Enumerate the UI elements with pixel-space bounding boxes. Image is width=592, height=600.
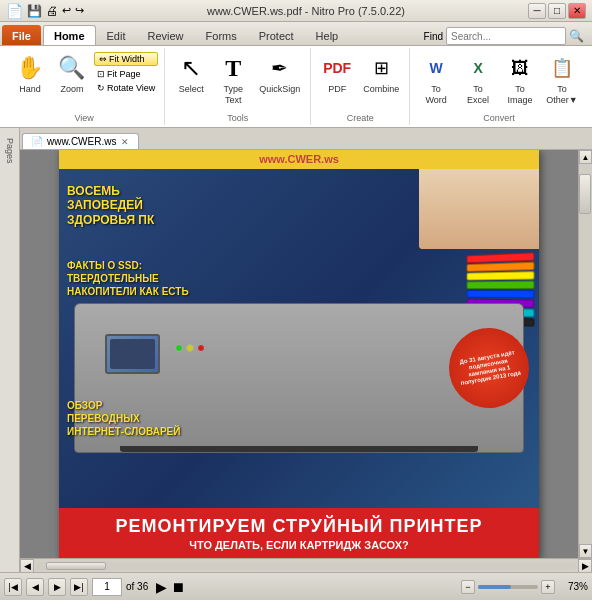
h-scroll-thumb[interactable] [46,562,106,570]
scroll-up-button[interactable]: ▲ [579,150,592,164]
convert-group-items: W To Word X To Excel 🖼 To Image 📋 To Oth… [416,50,582,111]
select-label: Select [179,84,204,95]
tab-file[interactable]: File [2,25,41,45]
printer-screen [110,339,155,369]
last-page-button[interactable]: ▶| [70,578,88,596]
to-word-button[interactable]: W To Word [416,50,456,108]
horizontal-scrollbar[interactable]: ◀ ▶ [20,558,592,572]
combine-label: Combine [363,84,399,95]
zoom-in-button[interactable]: + [541,580,555,594]
scroll-track[interactable] [579,164,592,544]
quicksign-button[interactable]: ✒ QuickSign [255,50,304,97]
couple-photo [419,169,539,249]
maximize-button[interactable]: □ [548,3,566,19]
tab-home[interactable]: Home [43,25,96,45]
tab-help[interactable]: Help [305,25,350,45]
minimize-button[interactable]: ─ [528,3,546,19]
document-page: www.CWER.ws [59,150,539,558]
facts-1: ФАКТЫ О SSD: [67,259,189,272]
mag-top-bar: www.CWER.ws [59,150,539,169]
title-bar-left: 📄 💾 🖨 ↩ ↪ [6,3,84,19]
zoom-out-button[interactable]: − [461,580,475,594]
ribbon: ✋ Hand 🔍 Zoom ⇔ Fit Width ⊡ Fit Page ↻ R… [0,46,592,128]
zoom-controls: − + 73% [461,580,588,594]
prev-page-button[interactable]: ◀ [26,578,44,596]
review-2: ПЕРЕВОДНЫХ [67,412,180,425]
printer-btn-3 [197,344,205,352]
doc-tab-name: www.CWER.ws [47,136,116,147]
tab-review[interactable]: Review [136,25,194,45]
to-image-icon: 🖼 [504,52,536,84]
doc-tab-icon: 📄 [31,136,43,147]
ink-cart-3 [467,271,535,280]
quicksign-label: QuickSign [259,84,300,95]
scroll-right-button[interactable]: ▶ [578,559,592,573]
scroll-left-button[interactable]: ◀ [20,559,34,573]
hand-button[interactable]: ✋ Hand [10,50,50,97]
stop-button[interactable]: ⏹ [171,579,185,595]
select-button[interactable]: ↖ Select [171,50,211,97]
to-other-button[interactable]: 📋 To Other▼ [542,50,582,108]
pdf-button[interactable]: PDF PDF [317,50,357,97]
tab-edit[interactable]: Edit [96,25,137,45]
fit-width-label: Fit Width [109,54,145,64]
headline-block: ВОСЕМЬ ЗАПОВЕДЕЙ ЗДОРОВЬЯ ПК [67,184,154,227]
headline-3: ЗДОРОВЬЯ ПК [67,213,154,227]
ink-cart-5 [467,290,535,298]
mag-bottom: РЕМОНТИРУЕМ СТРУЙНЫЙ ПРИНТЕР ЧТО ДЕЛАТЬ,… [59,508,539,558]
convert-group-label: Convert [483,111,515,123]
undo-icon[interactable]: ↩ [62,4,71,17]
next-page-button[interactable]: ▶ [48,578,66,596]
zoom-slider[interactable] [478,585,538,589]
find-search-icon[interactable]: 🔍 [569,29,584,43]
ink-cart-4 [467,281,535,289]
couple-silhouette [419,169,539,249]
select-icon: ↖ [175,52,207,84]
play-button[interactable]: ▶ [156,579,167,595]
hand-label: Hand [19,84,41,95]
to-image-label: To Image [508,84,533,106]
zoom-button[interactable]: 🔍 Zoom [52,50,92,97]
zoom-icon: 🔍 [56,52,88,84]
combine-button[interactable]: ⊞ Combine [359,50,403,97]
find-input[interactable] [446,27,566,45]
quick-save-icon[interactable]: 💾 [27,4,42,18]
type-text-icon: T [217,52,249,84]
scroll-thumb[interactable] [579,174,591,214]
fit-page-button[interactable]: ⊡ Fit Page [94,68,158,80]
close-button[interactable]: ✕ [568,3,586,19]
redo-icon[interactable]: ↪ [75,4,84,17]
view-group-label: View [74,111,93,123]
tab-forms[interactable]: Forms [195,25,248,45]
doc-scroll-area[interactable]: www.CWER.ws [20,150,578,558]
rotate-view-button[interactable]: ↻ Rotate View [94,82,158,94]
to-image-button[interactable]: 🖼 To Image [500,50,540,108]
mag-site-url: www.CWER.ws [259,153,339,165]
rotate-view-label: Rotate View [107,83,155,93]
to-excel-button[interactable]: X To Excel [458,50,498,108]
first-page-button[interactable]: |◀ [4,578,22,596]
promo-text: До 31 августа идёт подписочная кампания … [455,348,523,387]
quick-print-icon[interactable]: 🖨 [46,4,58,18]
doc-tab-close-button[interactable]: ✕ [120,137,130,147]
tab-protect[interactable]: Protect [248,25,305,45]
document-tab[interactable]: 📄 www.CWER.ws ✕ [22,133,139,149]
type-text-button[interactable]: T Type Text [213,50,253,108]
ribbon-group-convert: W To Word X To Excel 🖼 To Image 📋 To Oth… [410,48,588,125]
pages-tab[interactable]: Pages [3,132,17,170]
h-scroll-track[interactable] [36,562,576,570]
headline-1: ВОСЕМЬ [67,184,154,198]
tools-group-items: ↖ Select T Type Text ✒ QuickSign [171,50,304,111]
hand-icon: ✋ [14,52,46,84]
to-word-icon: W [420,52,452,84]
facts-3: НАКОПИТЕЛИ КАК ЕСТЬ [67,285,189,298]
facts-block: ФАКТЫ О SSD: ТВЕРДОТЕЛЬНЫЕ НАКОПИТЕЛИ КА… [67,259,189,298]
ribbon-group-view: ✋ Hand 🔍 Zoom ⇔ Fit Width ⊡ Fit Page ↻ R… [4,48,165,125]
fit-page-icon: ⊡ [97,69,105,79]
vertical-scrollbar[interactable]: ▲ ▼ [578,150,592,558]
combine-icon: ⊞ [365,52,397,84]
create-group-label: Create [347,111,374,123]
scroll-down-button[interactable]: ▼ [579,544,592,558]
page-number-input[interactable]: 1 [92,578,122,596]
fit-width-button[interactable]: ⇔ Fit Width [94,52,158,66]
